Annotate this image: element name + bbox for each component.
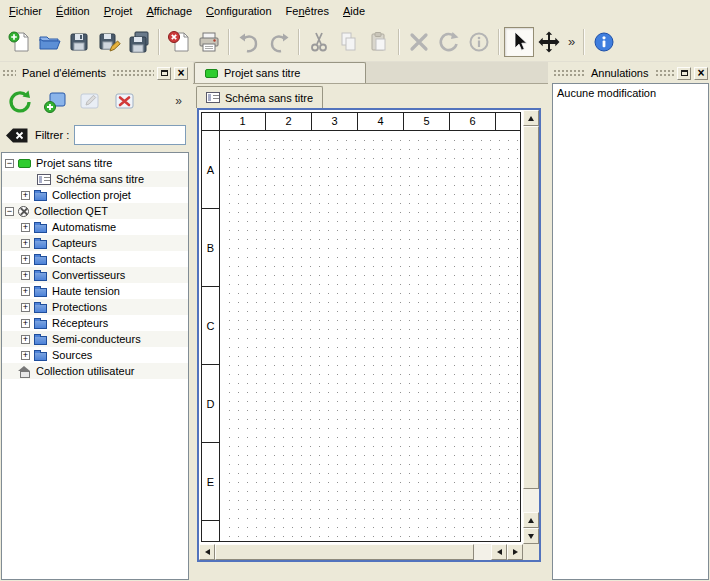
arrow-left-icon bbox=[205, 549, 210, 555]
filter-input[interactable] bbox=[74, 125, 186, 145]
collapse-expander-icon[interactable] bbox=[5, 207, 14, 216]
undo-button bbox=[234, 27, 264, 57]
pan-mode-button[interactable] bbox=[534, 27, 564, 57]
tree-item-collection-projet[interactable]: Collection projet bbox=[2, 187, 188, 203]
expand-expander-icon[interactable] bbox=[21, 271, 30, 280]
expand-expander-icon[interactable] bbox=[21, 255, 30, 264]
open-project-button[interactable] bbox=[34, 27, 64, 57]
menu-edition[interactable]: Édition bbox=[49, 0, 97, 22]
tree-item-label: Contacts bbox=[52, 253, 95, 265]
tree-item-protections[interactable]: Protections bbox=[2, 299, 188, 315]
expand-expander-icon[interactable] bbox=[21, 351, 30, 360]
new-document-button[interactable] bbox=[4, 27, 34, 57]
tree-item-recepteurs[interactable]: Récepteurs bbox=[2, 315, 188, 331]
vertical-scroll-thumb[interactable] bbox=[523, 126, 539, 489]
row-header-cell: D bbox=[202, 365, 219, 443]
tree-item-projet-sans-titre[interactable]: Projet sans titre bbox=[2, 155, 188, 171]
tree-item-collection-utilisateur[interactable]: Collection utilisateur bbox=[2, 363, 188, 379]
menu-fenetres[interactable]: Fenêtres bbox=[279, 0, 336, 22]
diagram-canvas[interactable] bbox=[221, 132, 520, 541]
save-all-button[interactable] bbox=[124, 27, 154, 57]
menu-affichage[interactable]: Affichage bbox=[139, 0, 199, 22]
tree-item-haute-tension[interactable]: Haute tension bbox=[2, 283, 188, 299]
dock-grip[interactable] bbox=[2, 69, 16, 77]
menu-fichier[interactable]: Fichier bbox=[2, 0, 49, 22]
dock-close-button[interactable]: × bbox=[694, 67, 708, 80]
diagram-sheet: 1 2 3 4 5 6 A B C D E bbox=[201, 112, 521, 542]
expand-expander-icon[interactable] bbox=[21, 335, 30, 344]
horizontal-scroll-thumb[interactable] bbox=[215, 544, 474, 560]
expand-expander-icon[interactable] bbox=[21, 223, 30, 232]
tree-item-label: Capteurs bbox=[52, 237, 97, 249]
dock-float-button[interactable] bbox=[677, 67, 691, 80]
project-tab[interactable]: Projet sans titre bbox=[194, 62, 366, 83]
row-ruler: A B C D E bbox=[202, 131, 220, 541]
undo-history-list[interactable]: Aucune modification bbox=[552, 83, 709, 580]
tree-item-schema-sans-titre[interactable]: Schéma sans titre bbox=[2, 171, 188, 187]
tree-item-capteurs[interactable]: Capteurs bbox=[2, 235, 188, 251]
tree-item-convertisseurs[interactable]: Convertisseurs bbox=[2, 267, 188, 283]
scroll-up-button-bottom[interactable] bbox=[523, 512, 539, 528]
save-as-button[interactable] bbox=[94, 27, 124, 57]
tree-item-label: Convertisseurs bbox=[52, 269, 125, 281]
about-qet-button[interactable] bbox=[589, 27, 619, 57]
column-header-cell: 5 bbox=[404, 113, 450, 130]
expand-expander-icon[interactable] bbox=[21, 319, 30, 328]
vertical-scrollbar[interactable] bbox=[523, 110, 539, 544]
dock-grip[interactable] bbox=[553, 69, 585, 77]
collapse-expander-icon[interactable] bbox=[5, 159, 14, 168]
elements-panel-titlebar[interactable]: Panel d'éléments × bbox=[2, 65, 188, 81]
expand-expander-icon[interactable] bbox=[21, 191, 30, 200]
new-element-icon bbox=[42, 88, 68, 114]
tree-item-sources[interactable]: Sources bbox=[2, 347, 188, 363]
panel-toolbar-overflow-chevron[interactable]: » bbox=[175, 94, 184, 108]
dock-grip[interactable] bbox=[655, 69, 675, 77]
tree-item-semi-conducteurs[interactable]: Semi-conducteurs bbox=[2, 331, 188, 347]
folder-icon bbox=[34, 336, 47, 345]
elements-tree[interactable]: Projet sans titre Schéma sans titre Coll… bbox=[1, 152, 189, 580]
expand-expander-icon[interactable] bbox=[21, 303, 30, 312]
scroll-left-button-right[interactable] bbox=[491, 544, 507, 560]
menu-aide[interactable]: Aide bbox=[336, 0, 372, 22]
column-header-cell: 3 bbox=[312, 113, 358, 130]
clear-filter-button[interactable] bbox=[4, 126, 30, 144]
delete-icon bbox=[407, 30, 431, 54]
schema-tab[interactable]: Schéma sans titre bbox=[196, 86, 323, 108]
toolbar-overflow-chevron[interactable]: » bbox=[564, 34, 579, 49]
menu-configuration[interactable]: Configuration bbox=[199, 0, 278, 22]
select-mode-button[interactable] bbox=[504, 27, 534, 57]
scroll-down-button[interactable] bbox=[523, 528, 539, 544]
ruler-corner bbox=[202, 113, 220, 131]
tree-item-automatisme[interactable]: Automatisme bbox=[2, 219, 188, 235]
edit-element-button bbox=[76, 87, 104, 115]
scroll-up-button[interactable] bbox=[523, 110, 539, 126]
delete-button bbox=[404, 27, 434, 57]
dock-close-button[interactable]: × bbox=[174, 67, 188, 80]
menu-projet[interactable]: Projet bbox=[97, 0, 140, 22]
toolbar-separator bbox=[228, 29, 230, 55]
scroll-right-button[interactable] bbox=[507, 544, 523, 560]
expand-expander-icon[interactable] bbox=[21, 239, 30, 248]
expand-expander-icon[interactable] bbox=[21, 287, 30, 296]
reload-collections-button[interactable] bbox=[6, 87, 34, 115]
scroll-left-button[interactable] bbox=[199, 544, 215, 560]
arrow-up-icon bbox=[528, 116, 534, 121]
undo-history-titlebar[interactable]: Annulations × bbox=[553, 65, 708, 81]
toolbar-separator bbox=[158, 29, 160, 55]
tree-item-label: Projet sans titre bbox=[36, 157, 112, 169]
horizontal-scroll-track[interactable] bbox=[215, 544, 491, 560]
tree-item-contacts[interactable]: Contacts bbox=[2, 251, 188, 267]
new-element-button[interactable] bbox=[41, 87, 69, 115]
horizontal-scrollbar[interactable] bbox=[199, 544, 523, 560]
save-button[interactable] bbox=[64, 27, 94, 57]
vertical-scroll-track[interactable] bbox=[523, 126, 539, 512]
arrow-right-icon bbox=[513, 549, 518, 555]
dock-float-button[interactable] bbox=[157, 67, 171, 80]
tree-item-collection-qet[interactable]: Collection QET bbox=[2, 203, 188, 219]
project-tab-bar: Projet sans titre bbox=[193, 62, 548, 84]
print-button[interactable] bbox=[194, 27, 224, 57]
tree-item-label: Protections bbox=[52, 301, 107, 313]
dock-grip[interactable] bbox=[112, 69, 154, 77]
delete-element-button[interactable] bbox=[111, 87, 139, 115]
close-document-button[interactable] bbox=[164, 27, 194, 57]
